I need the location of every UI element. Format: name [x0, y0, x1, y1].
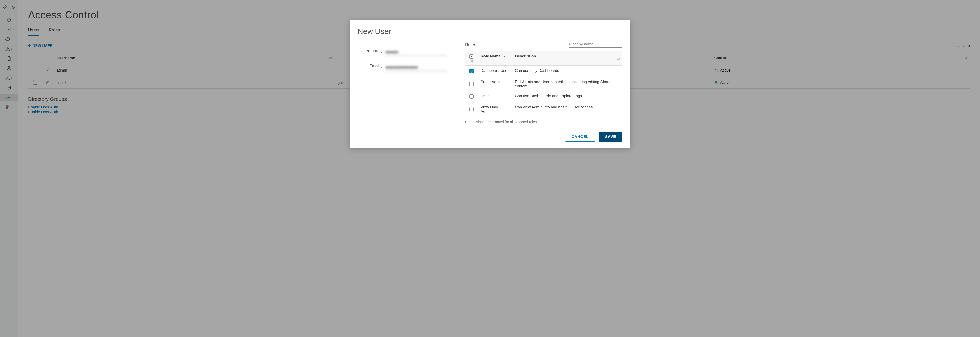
role-desc: Can use Dashboards and Explore Logs	[512, 91, 622, 102]
email-label: Email*	[358, 64, 385, 71]
role-desc: Can use only Dashboards	[512, 66, 622, 77]
roles-table: − Role Name Description ▴▾	[465, 51, 622, 116]
role-checkbox[interactable]	[469, 107, 474, 111]
roles-header: Roles	[465, 41, 622, 47]
role-desc: Can view Admin info and has full User ac…	[512, 102, 622, 116]
col-role-name[interactable]: Role Name	[477, 51, 512, 66]
role-checkbox[interactable]	[469, 94, 474, 99]
cancel-button[interactable]: CANCEL	[565, 131, 595, 142]
sort-icon	[471, 59, 474, 63]
username-label: Username*	[358, 49, 385, 56]
modal-right-column: Roles − Role Name	[465, 41, 622, 124]
role-desc: Full Admin and User capabilities, includ…	[512, 77, 622, 91]
role-row: View Only Admin Can view Admin info and …	[465, 102, 622, 116]
role-row: Dashboard User Can use only Dashboards	[465, 66, 622, 77]
new-user-modal: New User Username* Email* R	[350, 21, 630, 148]
roles-filter-input[interactable]	[569, 41, 622, 47]
role-name: Dashboard User	[477, 66, 512, 77]
email-input[interactable]	[385, 64, 447, 71]
modal-overlay: New User Username* Email* R	[0, 0, 980, 337]
username-field-row: Username*	[358, 49, 447, 56]
roles-hint: Permissions are granted for all selected…	[465, 120, 622, 124]
role-checkbox[interactable]	[469, 82, 474, 86]
role-name: Super Admin	[477, 77, 512, 91]
modal-title: New User	[358, 27, 622, 36]
modal-footer: CANCEL SAVE	[358, 131, 622, 142]
select-all-roles-checkbox[interactable]: −	[469, 54, 474, 59]
required-asterisk: *	[380, 51, 382, 55]
username-input[interactable]	[385, 49, 447, 56]
role-checkbox[interactable]	[469, 69, 474, 73]
role-name: View Only Admin	[477, 102, 512, 116]
save-button[interactable]: SAVE	[599, 131, 622, 142]
modal-body: Username* Email* Roles	[358, 41, 622, 124]
role-row: User Can use Dashboards and Explore Logs	[465, 91, 622, 102]
col-description[interactable]: Description ▴▾	[512, 51, 622, 66]
modal-left-column: Username* Email*	[358, 41, 455, 124]
sort-asc-icon	[503, 56, 506, 57]
role-name: User	[477, 91, 512, 102]
sort-icon: ▴▾	[617, 57, 620, 59]
role-row: Super Admin Full Admin and User capabili…	[465, 77, 622, 91]
required-asterisk: *	[380, 66, 382, 71]
roles-label: Roles	[465, 43, 476, 47]
email-field-row: Email*	[358, 64, 447, 71]
